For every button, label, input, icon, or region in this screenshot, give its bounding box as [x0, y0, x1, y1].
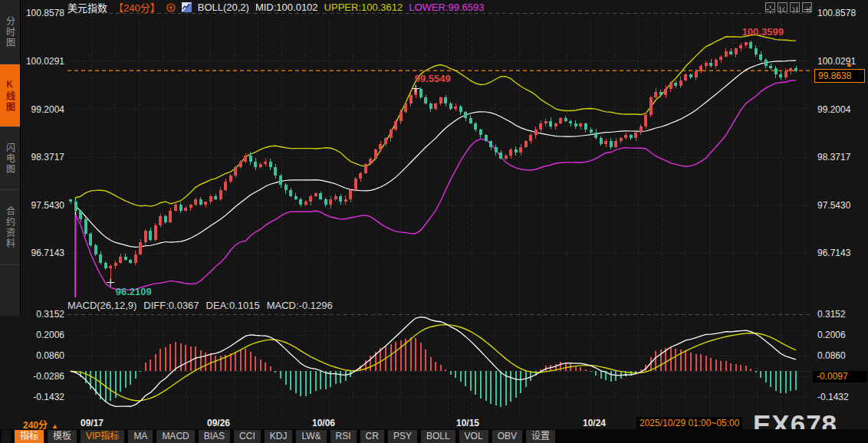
price-chart-canvas[interactable]: 100.359999.554996.2109 — [0, 0, 868, 443]
macd-axis-label: -0.1432 — [21, 392, 64, 402]
macd-axis-label: 0.0860 — [21, 350, 64, 361]
go-latest-icon[interactable] — [802, 2, 812, 12]
macd-axis-label: 0.3152 — [21, 309, 64, 320]
tab-template[interactable]: 模板 — [48, 430, 77, 443]
last-price-tag: 99.8638 — [814, 69, 865, 83]
scroll-left-icon[interactable] — [778, 2, 787, 12]
period-label: 【240分】 — [113, 0, 160, 15]
y-axis-label: 98.3717 — [817, 152, 850, 162]
x-axis-date: 09/26 — [207, 418, 230, 428]
tab-indicator[interactable]: 指标 — [15, 430, 44, 443]
sidebar-item-time-chart[interactable]: 分时图 — [0, 0, 20, 64]
x-axis-date: 10/06 — [312, 418, 335, 428]
tab-ma[interactable]: MA — [128, 430, 153, 443]
tab-boll[interactable]: BOLL — [421, 430, 455, 443]
chart-tools — [765, 2, 812, 12]
tab-kdj[interactable]: KDJ — [265, 430, 293, 443]
x-axis-date: 10/15 — [456, 418, 479, 428]
macd-axis-label: -0.1432 — [817, 392, 849, 402]
boll-mid-value: MID:100.0102 — [255, 2, 318, 13]
macd-axis-label: 0.0860 — [817, 350, 846, 361]
y-axis-label: 99.2004 — [817, 104, 850, 115]
tab-cr[interactable]: CR — [360, 430, 384, 443]
y-axis-label: 97.5430 — [21, 200, 64, 211]
tab-rsi[interactable]: RSI — [330, 430, 357, 443]
svg-text:100.3599: 100.3599 — [742, 26, 784, 38]
macd-hist-value: MACD:-0.1296 — [267, 300, 333, 311]
y-axis-label: 99.2004 — [21, 104, 64, 115]
macd-axis-label: -0.0286 — [21, 371, 64, 382]
indicator-toolbar: 指标 模板 VIP指标 MA MACD BIAS CCI KDJ LW& RSI… — [0, 429, 868, 443]
macd-axis-label: 0.3152 — [817, 309, 846, 320]
tab-macd[interactable]: MACD — [156, 430, 194, 443]
tab-vol[interactable]: VOL — [459, 430, 488, 443]
sidebar: 分时图 K线图 闪电图 合约资料 — [0, 0, 21, 316]
boll-upper-value: UPPER:100.3612 — [324, 2, 403, 13]
tab-lwr[interactable]: LW& — [296, 430, 326, 443]
y-axis-label: 98.3717 — [21, 152, 64, 162]
scroll-right-icon[interactable] — [790, 2, 800, 12]
boll-lower-value: LOWER:99.6593 — [409, 2, 484, 13]
collapse-button[interactable] — [2, 430, 11, 443]
macd-axis-label: 0.2006 — [21, 330, 64, 340]
tab-obv[interactable]: OBV — [492, 430, 522, 443]
x-axis-date: 09/17 — [81, 418, 104, 428]
tab-vip-indicator[interactable]: VIP指标 — [81, 430, 124, 443]
sidebar-item-lightning-chart[interactable]: 闪电图 — [0, 127, 20, 190]
tab-psy[interactable]: PSY — [388, 430, 417, 443]
x-axis-date: 10/24 — [583, 418, 606, 428]
current-bar-datetime: 2025/10/29 01:00~05:00 — [636, 417, 742, 429]
crosshair-icon[interactable] — [765, 2, 775, 12]
indicator-chart-icon[interactable] — [182, 2, 192, 12]
tab-bias[interactable]: BIAS — [199, 430, 230, 443]
macd-name: MACD(26,12,9) — [67, 300, 136, 311]
y-axis-label: 96.7143 — [21, 248, 64, 258]
svg-text:99.5549: 99.5549 — [415, 73, 451, 84]
y-axis-label: 97.5430 — [817, 200, 850, 211]
circle-plus-icon[interactable] — [166, 3, 176, 12]
macd-diff-value: DIFF:0.0367 — [143, 300, 199, 311]
y-axis-label: 100.8578 — [21, 8, 64, 18]
chart-app: 100.359999.554996.2109 分时图 K线图 闪电图 合约资料 … — [0, 0, 868, 443]
macd-dea-value: DEA:0.1015 — [206, 300, 260, 311]
y-axis-label: 100.8578 — [817, 8, 856, 18]
y-axis-label: 96.7143 — [817, 248, 850, 258]
chart-header: 美元指数 【240分】 BOLL(20,2) MID:100.0102 UPPE… — [67, 2, 485, 13]
svg-text:96.2109: 96.2109 — [116, 286, 152, 297]
tab-settings[interactable]: 设置 — [526, 430, 555, 443]
boll-label: BOLL(20,2) — [198, 2, 249, 13]
y-axis-label: 100.0291 — [21, 56, 64, 67]
symbol-name: 美元指数 — [67, 0, 107, 15]
sidebar-item-kline-chart[interactable]: K线图 — [0, 64, 20, 127]
macd-last-tag: -0.0097 — [813, 371, 867, 382]
tab-cci[interactable]: CCI — [234, 430, 261, 443]
price-up-arrow: ▲ — [846, 61, 853, 68]
macd-header: MACD(26,12,9) DIFF:0.0367 DEA:0.1015 MAC… — [67, 300, 333, 311]
sidebar-item-contract-info[interactable]: 合约资料 — [0, 190, 20, 265]
macd-axis-label: 0.2006 — [817, 330, 846, 340]
